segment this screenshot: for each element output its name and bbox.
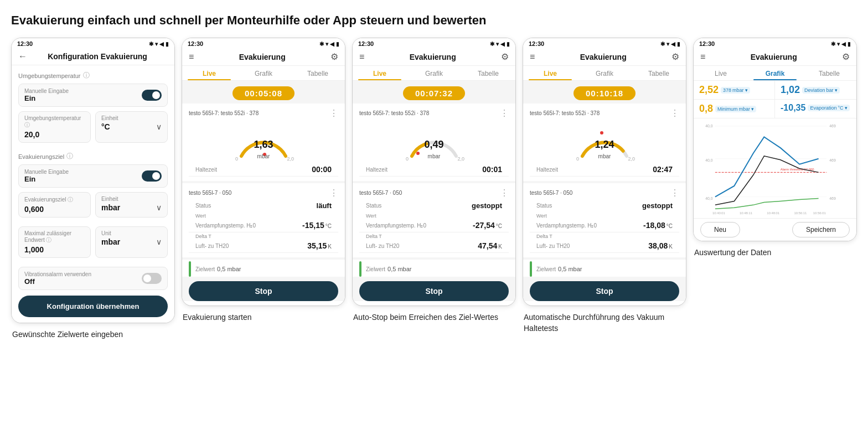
device1-menu-live3[interactable]: ⋮	[670, 108, 679, 118]
field-unit-max[interactable]: Unit mbar ∨	[95, 226, 168, 258]
toggle-switch-vibration[interactable]	[142, 273, 162, 284]
svg-text:469: 469	[829, 124, 836, 128]
gauge-row-live2: 0,49 mbar 0 2,0	[359, 120, 509, 163]
live2-header: ≡ Evakuierung ⚙	[353, 48, 515, 66]
chart-dropdown-3[interactable]: Evaporation °C ▾	[808, 105, 849, 111]
device1-menu-live2[interactable]: ⋮	[500, 108, 509, 118]
status-icons-chart: ✱▾◀▮	[831, 41, 851, 47]
device2-header-live3: testo 565l-7 · 050 ⋮	[530, 188, 679, 198]
device2-menu-live1[interactable]: ⋮	[329, 188, 338, 198]
settings-icon-live3[interactable]: ⚙	[671, 51, 679, 62]
device2-card-live1: testo 565l-7 · 050 ⋮ Status läuft Wert V…	[182, 183, 345, 257]
stop-button-live2[interactable]: Stop	[359, 281, 509, 301]
tab-live-live3[interactable]: Live	[523, 66, 577, 80]
live3-title: Evakuierung	[535, 53, 671, 61]
tab-tabelle-live1[interactable]: Tabelle	[291, 66, 345, 80]
chart-dropdown-1[interactable]: Deviation bar ▾	[802, 87, 840, 94]
live3-body: 00:10:18 testo 565l-7: testo 552i · 378 …	[523, 81, 686, 301]
phone-col-live1: 12:30 ✱▾◀▮ ≡ Evakuierung ⚙ Live Grafik T…	[182, 38, 345, 323]
speichern-button[interactable]: Speichern	[792, 222, 850, 237]
status-row-live3: Status gestoppt	[530, 199, 679, 212]
live2-title: Evakuierung	[364, 53, 501, 61]
section-label-umgebung: Umgebungstemperatur ⓘ	[18, 71, 168, 80]
zielwert-bar-live3	[530, 261, 532, 277]
zielwert-live2: Zielwert 0,5 mbar	[353, 260, 515, 277]
menu-icon-live3[interactable]: ≡	[530, 52, 535, 62]
svg-text:10:56:11: 10:56:11	[794, 211, 807, 215]
status-row-live1: Status läuft	[189, 199, 338, 212]
svg-text:469: 469	[829, 196, 836, 200]
menu-icon-chart[interactable]: ≡	[700, 52, 705, 62]
tab-grafik-live2[interactable]: Grafik	[407, 66, 461, 80]
chart-val-cell-3: -10,35 Evaporation °C ▾	[775, 100, 856, 118]
device1-card-live1: testo 565l-7: testo 552i · 378 ⋮ 1,63	[182, 104, 345, 181]
settings-icon-chart[interactable]: ⚙	[842, 51, 850, 62]
tab-grafik-live3[interactable]: Grafik	[577, 66, 632, 80]
tabs-chart: Live Grafik Tabelle	[694, 66, 856, 81]
back-icon[interactable]: ←	[18, 51, 27, 61]
live1-header: ≡ Evakuierung ⚙	[182, 48, 345, 66]
gauge-live3: 1,24 mbar 0 2,0	[574, 123, 635, 162]
device2-menu-live2[interactable]: ⋮	[500, 188, 509, 198]
tab-live-live2[interactable]: Live	[353, 66, 407, 80]
config-body: Umgebungstemperatur ⓘ Manuelle Eingabe E…	[12, 65, 174, 323]
status-row-live2: Status gestoppt	[359, 199, 509, 212]
device1-card-live3: testo 565l-7: testo 552i · 378 ⋮ 1,24	[523, 104, 686, 181]
menu-icon-live1[interactable]: ≡	[189, 52, 194, 62]
delta-row-live3: Luft- zu TH20 38,08K	[530, 239, 679, 253]
device2-header-live1: testo 565l-7 · 050 ⋮	[189, 188, 338, 198]
status-time: 12:30	[17, 40, 33, 47]
menu-icon-live2[interactable]: ≡	[359, 52, 364, 62]
tab-tabelle-chart[interactable]: Tabelle	[802, 66, 856, 80]
gauge-value-live3: 1,24 mbar	[590, 139, 620, 161]
phone-col-config: 12:30 ✱ ▾ ◀ ▮ ← Konfiguration Evakuierun…	[11, 38, 175, 340]
svg-text:469: 469	[829, 158, 836, 162]
gauge-live1: 1,63 mbar 0 2,0	[233, 123, 294, 162]
device1-header-live2: testo 565l-7: testo 552i · 378 ⋮	[359, 108, 509, 118]
device2-card-live3: testo 565l-7 · 050 ⋮ Status gestoppt Wer…	[523, 183, 686, 257]
chart-area: 40,0 40,0 40,0 469 469 469 Alarm thresho…	[694, 118, 856, 218]
phone-col-chart: 12:30 ✱▾◀▮ ≡ Evakuierung ⚙ Live Grafik T…	[693, 38, 857, 258]
tab-tabelle-live3[interactable]: Tabelle	[632, 66, 686, 80]
tab-grafik-chart[interactable]: Grafik	[748, 66, 802, 80]
zielwert-live1: Zielwert 0,5 mbar	[182, 260, 345, 277]
timer-badge-live3: 00:10:18	[574, 86, 636, 100]
tab-live-chart[interactable]: Live	[694, 66, 748, 80]
live1-body: 00:05:08 testo 565l-7: testo 552i · 378 …	[182, 81, 345, 301]
chart-dropdown-0[interactable]: 378 mbar ▾	[721, 87, 750, 94]
chart-val-cell-2: 0,8 Minimum mbar ▾	[694, 100, 775, 118]
device1-header-live3: testo 565l-7: testo 552i · 378 ⋮	[530, 108, 679, 118]
status-icons: ✱ ▾ ◀ ▮	[149, 41, 169, 47]
tab-tabelle-live2[interactable]: Tabelle	[461, 66, 515, 80]
svg-text:10:56:01: 10:56:01	[813, 211, 826, 215]
info-icon-evak[interactable]: ⓘ	[66, 152, 73, 161]
delta-row-live1: Luft- zu TH20 35,15K	[189, 239, 338, 253]
device1-card-live2: testo 565l-7: testo 552i · 378 ⋮ 0,49	[353, 104, 515, 181]
device2-menu-live3[interactable]: ⋮	[670, 188, 679, 198]
status-bar-chart: 12:30 ✱▾◀▮	[694, 38, 856, 48]
tab-live-live1[interactable]: Live	[182, 66, 236, 80]
delta-section-live2: Delta T	[359, 232, 509, 239]
stop-button-live3[interactable]: Stop	[530, 281, 679, 301]
chart-dropdown-2[interactable]: Minimum mbar ▾	[715, 106, 756, 112]
neu-button[interactable]: Neu	[700, 222, 740, 237]
toggle-switch-1[interactable]	[142, 90, 162, 101]
svg-text:10:40:01: 10:40:01	[712, 211, 725, 215]
field-einheit-ziel[interactable]: Einheit mbar ∨	[95, 192, 168, 218]
field-einheit-temp[interactable]: Einheit °C ∨	[95, 111, 168, 143]
svg-point-2	[600, 131, 603, 134]
caption-live1: Evakuierung starten	[182, 312, 345, 323]
toggle-switch-2[interactable]	[142, 170, 162, 182]
live2-body: 00:07:32 testo 565l-7: testo 552i · 378 …	[353, 81, 515, 301]
tab-grafik-live1[interactable]: Grafik	[236, 66, 291, 80]
status-bar-live1: 12:30 ✱▾◀▮	[182, 38, 345, 48]
settings-icon-live2[interactable]: ⚙	[501, 51, 509, 62]
settings-icon-live1[interactable]: ⚙	[330, 51, 338, 62]
chart-header: ≡ Evakuierung ⚙	[694, 48, 856, 66]
info-icon-umgebung[interactable]: ⓘ	[83, 71, 90, 80]
config-submit-button[interactable]: Konfiguration übernehmen	[18, 296, 168, 317]
config-two-col-ziel: Evakuierungsziel ⓘ 0,600 Einheit mbar ∨	[18, 192, 168, 222]
stop-button-live1[interactable]: Stop	[189, 281, 338, 301]
device1-menu-live1[interactable]: ⋮	[329, 108, 338, 118]
chart-val-cell-0: 2,52 378 mbar ▾	[694, 81, 775, 100]
